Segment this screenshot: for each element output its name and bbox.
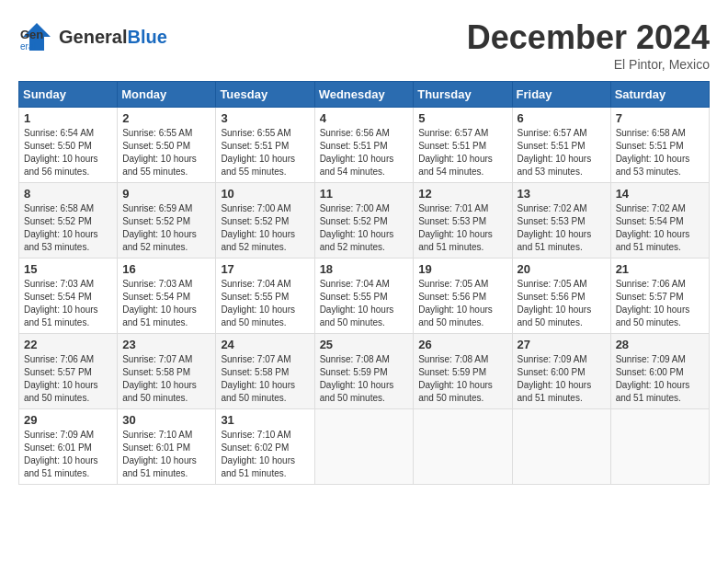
day-info: Sunrise: 6:58 AM Sunset: 5:52 PM Dayligh… [24,202,112,254]
day-info: Sunrise: 7:08 AM Sunset: 5:59 PM Dayligh… [320,353,409,405]
calendar-cell: 26 Sunrise: 7:08 AM Sunset: 5:59 PM Dayl… [414,334,512,409]
day-number: 9 [122,187,210,201]
day-number: 23 [122,338,210,351]
day-info: Sunrise: 6:54 AM Sunset: 5:50 PM Dayligh… [24,127,112,178]
day-info: Sunrise: 7:04 AM Sunset: 5:55 PM Dayligh… [221,278,309,329]
day-number: 11 [320,187,409,201]
calendar-cell [512,409,610,485]
calendar-cell: 25 Sunrise: 7:08 AM Sunset: 5:59 PM Dayl… [314,334,414,409]
header-sunday: Sunday [19,82,118,108]
day-info: Sunrise: 6:56 AM Sunset: 5:51 PM Dayligh… [320,127,409,178]
day-number: 21 [616,262,704,276]
week-row-5: 29 Sunrise: 7:09 AM Sunset: 6:01 PM Dayl… [19,409,710,485]
day-info: Sunrise: 7:07 AM Sunset: 5:58 PM Dayligh… [122,353,210,405]
calendar-cell: 1 Sunrise: 6:54 AM Sunset: 5:50 PM Dayli… [19,108,118,183]
day-number: 29 [24,413,112,427]
calendar-cell: 24 Sunrise: 7:07 AM Sunset: 5:58 PM Dayl… [216,334,314,409]
calendar-table: Sunday Monday Tuesday Wednesday Thursday… [18,81,710,485]
calendar-cell: 31 Sunrise: 7:10 AM Sunset: 6:02 PM Dayl… [216,409,314,485]
day-info: Sunrise: 7:09 AM Sunset: 6:00 PM Dayligh… [518,353,606,405]
day-info: Sunrise: 6:57 AM Sunset: 5:51 PM Dayligh… [418,127,506,178]
day-info: Sunrise: 7:09 AM Sunset: 6:01 PM Dayligh… [24,429,112,480]
calendar-header-row: Sunday Monday Tuesday Wednesday Thursday… [19,82,710,108]
calendar-cell: 14 Sunrise: 7:02 AM Sunset: 5:54 PM Dayl… [610,183,709,259]
day-info: Sunrise: 7:05 AM Sunset: 5:56 PM Dayligh… [518,278,606,329]
day-info: Sunrise: 7:00 AM Sunset: 5:52 PM Dayligh… [320,202,409,254]
day-number: 14 [616,187,704,201]
day-number: 27 [518,338,606,351]
calendar-cell: 22 Sunrise: 7:06 AM Sunset: 5:57 PM Dayl… [19,334,118,409]
day-number: 8 [24,187,112,201]
day-info: Sunrise: 6:55 AM Sunset: 5:51 PM Dayligh… [221,127,309,178]
day-info: Sunrise: 7:03 AM Sunset: 5:54 PM Dayligh… [24,278,112,329]
calendar-cell: 16 Sunrise: 7:03 AM Sunset: 5:54 PM Dayl… [118,259,216,334]
logo-icon: Gen eral [18,18,55,55]
calendar-cell: 29 Sunrise: 7:09 AM Sunset: 6:01 PM Dayl… [19,409,118,485]
calendar-cell: 7 Sunrise: 6:58 AM Sunset: 5:51 PM Dayli… [610,108,709,183]
day-number: 22 [24,338,112,351]
day-info: Sunrise: 7:10 AM Sunset: 6:02 PM Dayligh… [221,429,309,480]
day-number: 5 [418,111,506,125]
header-monday: Monday [118,82,216,108]
calendar-cell: 15 Sunrise: 7:03 AM Sunset: 5:54 PM Dayl… [19,259,118,334]
day-info: Sunrise: 6:59 AM Sunset: 5:52 PM Dayligh… [122,202,210,254]
calendar-cell: 30 Sunrise: 7:10 AM Sunset: 6:01 PM Dayl… [118,409,216,485]
location: El Pintor, Mexico [467,57,710,72]
day-number: 20 [518,262,606,276]
day-info: Sunrise: 7:09 AM Sunset: 6:00 PM Dayligh… [616,353,704,405]
calendar-cell: 28 Sunrise: 7:09 AM Sunset: 6:00 PM Dayl… [610,334,709,409]
day-info: Sunrise: 7:05 AM Sunset: 5:56 PM Dayligh… [418,278,506,329]
day-number: 30 [122,413,210,427]
calendar-cell: 12 Sunrise: 7:01 AM Sunset: 5:53 PM Dayl… [414,183,512,259]
calendar-cell: 10 Sunrise: 7:00 AM Sunset: 5:52 PM Dayl… [216,183,314,259]
logo-name: GeneralBlue [59,27,167,48]
calendar-cell: 4 Sunrise: 6:56 AM Sunset: 5:51 PM Dayli… [314,108,414,183]
day-number: 18 [320,262,409,276]
week-row-1: 1 Sunrise: 6:54 AM Sunset: 5:50 PM Dayli… [19,108,710,183]
header-saturday: Saturday [610,82,709,108]
day-info: Sunrise: 7:08 AM Sunset: 5:59 PM Dayligh… [418,353,506,405]
day-number: 12 [418,187,506,201]
calendar-cell: 6 Sunrise: 6:57 AM Sunset: 5:51 PM Dayli… [512,108,610,183]
calendar-cell: 8 Sunrise: 6:58 AM Sunset: 5:52 PM Dayli… [19,183,118,259]
week-row-3: 15 Sunrise: 7:03 AM Sunset: 5:54 PM Dayl… [19,259,710,334]
day-info: Sunrise: 6:58 AM Sunset: 5:51 PM Dayligh… [616,127,704,178]
title-section: December 2024 El Pintor, Mexico [467,18,710,72]
day-info: Sunrise: 7:07 AM Sunset: 5:58 PM Dayligh… [221,353,309,405]
day-info: Sunrise: 7:03 AM Sunset: 5:54 PM Dayligh… [122,278,210,329]
day-number: 1 [24,111,112,125]
day-number: 26 [418,338,506,351]
day-info: Sunrise: 7:10 AM Sunset: 6:01 PM Dayligh… [122,429,210,480]
day-info: Sunrise: 7:01 AM Sunset: 5:53 PM Dayligh… [418,202,506,254]
calendar-cell: 2 Sunrise: 6:55 AM Sunset: 5:50 PM Dayli… [118,108,216,183]
header-friday: Friday [512,82,610,108]
day-info: Sunrise: 6:57 AM Sunset: 5:51 PM Dayligh… [518,127,606,178]
day-number: 4 [320,111,409,125]
header-thursday: Thursday [414,82,512,108]
day-number: 31 [221,413,309,427]
day-number: 13 [518,187,606,201]
calendar-cell: 20 Sunrise: 7:05 AM Sunset: 5:56 PM Dayl… [512,259,610,334]
day-number: 7 [616,111,704,125]
day-number: 15 [24,262,112,276]
day-number: 2 [122,111,210,125]
day-number: 10 [221,187,309,201]
calendar-cell: 23 Sunrise: 7:07 AM Sunset: 5:58 PM Dayl… [118,334,216,409]
calendar-cell: 17 Sunrise: 7:04 AM Sunset: 5:55 PM Dayl… [216,259,314,334]
header-wednesday: Wednesday [314,82,414,108]
calendar-cell [314,409,414,485]
day-info: Sunrise: 7:00 AM Sunset: 5:52 PM Dayligh… [221,202,309,254]
svg-text:Gen: Gen [20,28,43,41]
logo: Gen eral GeneralBlue [18,18,167,55]
day-number: 19 [418,262,506,276]
month-title: December 2024 [467,18,710,57]
day-info: Sunrise: 7:02 AM Sunset: 5:54 PM Dayligh… [616,202,704,254]
page-header: Gen eral GeneralBlue December 2024 El Pi… [18,18,710,72]
calendar-cell [414,409,512,485]
day-number: 6 [518,111,606,125]
calendar-cell: 21 Sunrise: 7:06 AM Sunset: 5:57 PM Dayl… [610,259,709,334]
calendar-cell: 13 Sunrise: 7:02 AM Sunset: 5:53 PM Dayl… [512,183,610,259]
calendar-cell: 9 Sunrise: 6:59 AM Sunset: 5:52 PM Dayli… [118,183,216,259]
day-number: 25 [320,338,409,351]
calendar-cell: 5 Sunrise: 6:57 AM Sunset: 5:51 PM Dayli… [414,108,512,183]
